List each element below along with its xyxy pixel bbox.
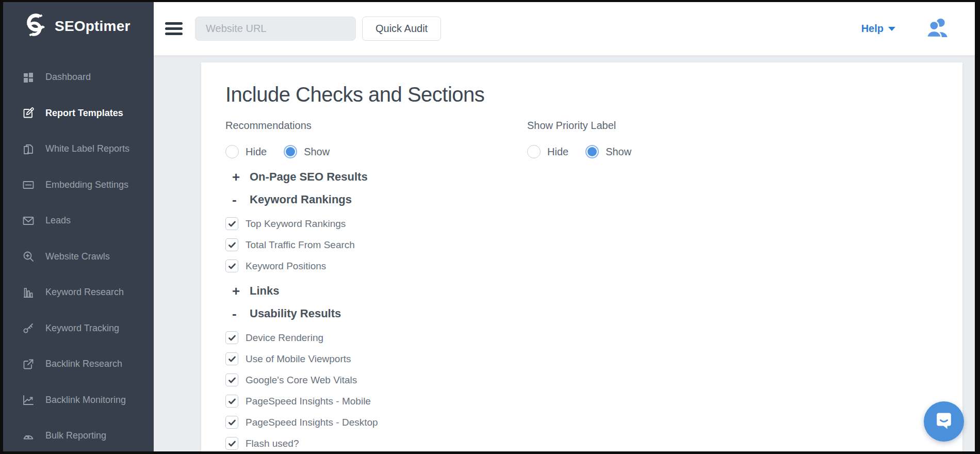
recommendations-show-label[interactable]: Show <box>304 146 330 158</box>
section-on-page-seo-results[interactable]: + On-Page SEO Results <box>225 166 942 188</box>
check-label: PageSpeed Insights - Mobile <box>246 396 371 407</box>
recommendations-radio-row: Hide Show <box>225 145 527 158</box>
priority-label-group: Show Priority Label Hide Show <box>527 120 829 158</box>
section-title: Keyword Rankings <box>250 193 352 206</box>
sidebar-item-label: White Label Reports <box>45 143 129 154</box>
bar-chart-icon <box>22 286 35 299</box>
collapse-minus-icon[interactable]: - <box>232 307 250 320</box>
recommendations-hide-radio[interactable] <box>225 145 239 158</box>
check-label: PageSpeed Insights - Desktop <box>246 417 378 428</box>
check-label: Keyword Positions <box>246 261 326 272</box>
section-usability-results[interactable]: - Usability Results <box>225 302 942 325</box>
checkbox-checked[interactable] <box>225 374 238 386</box>
checkbox-checked[interactable] <box>225 217 238 230</box>
sidebar-nav: Dashboard Report Templates <box>3 59 154 451</box>
external-link-icon <box>22 358 35 371</box>
check-label: Use of Mobile Viewports <box>246 353 351 365</box>
check-top-keyword-rankings[interactable]: Top Keyword Rankings <box>225 213 942 234</box>
priority-radio-row: Hide Show <box>527 145 829 158</box>
expand-plus-icon[interactable]: + <box>232 170 250 184</box>
seoptimer-gears-icon <box>23 12 48 40</box>
sidebar-item-report-templates[interactable]: Report Templates <box>3 95 154 132</box>
priority-show-label[interactable]: Show <box>606 146 631 158</box>
help-label: Help <box>861 23 884 35</box>
checkbox-checked[interactable] <box>225 395 238 408</box>
sidebar-item-dashboard[interactable]: Dashboard <box>3 59 154 95</box>
recommendations-show-radio[interactable] <box>284 145 297 158</box>
hamburger-menu-icon[interactable] <box>165 22 183 35</box>
checkbox-checked[interactable] <box>225 416 238 429</box>
recommendations-group: Recommendations Hide Show <box>225 120 527 158</box>
topbar: Quick Audit Help <box>154 2 975 56</box>
check-flash-used[interactable]: Flash used? <box>225 433 942 451</box>
section-title: Links <box>250 284 279 298</box>
edit-icon <box>22 106 35 120</box>
sidebar-item-label: Website Crawls <box>45 251 110 262</box>
collapse-minus-icon[interactable]: - <box>232 193 250 206</box>
checkbox-checked[interactable] <box>225 260 238 272</box>
checkbox-checked[interactable] <box>225 437 238 450</box>
check-total-traffic-from-search[interactable]: Total Traffic From Search <box>225 234 942 255</box>
sidebar-item-label: Report Templates <box>45 108 123 119</box>
sidebar: SEOptimer Dashboard <box>3 2 154 451</box>
check-label: Device Rendering <box>246 332 323 344</box>
sidebar-item-label: Leads <box>45 215 71 226</box>
gauge-icon <box>22 429 35 443</box>
usability-results-checks: Device Rendering Use of Mobile Viewports… <box>225 327 942 451</box>
priority-hide-radio[interactable] <box>527 145 541 158</box>
sidebar-item-bulk-reporting[interactable]: Bulk Reporting <box>3 418 154 451</box>
sidebar-item-label: Keyword Tracking <box>45 323 119 334</box>
sidebar-item-label: Backlink Research <box>45 359 122 369</box>
priority-hide-label[interactable]: Hide <box>547 146 568 158</box>
section-keyword-rankings[interactable]: - Keyword Rankings <box>225 188 942 211</box>
dashboard-icon <box>22 71 35 84</box>
checkbox-checked[interactable] <box>225 238 238 251</box>
help-menu[interactable]: Help <box>861 23 895 35</box>
check-device-rendering[interactable]: Device Rendering <box>225 327 942 348</box>
envelope-icon <box>22 214 35 228</box>
checkbox-checked[interactable] <box>225 331 238 344</box>
recommendations-label: Recommendations <box>225 120 527 132</box>
sidebar-item-leads[interactable]: Leads <box>3 203 154 239</box>
page-title: Include Checks and Sections <box>225 83 942 106</box>
website-url-input[interactable] <box>195 17 356 41</box>
sidebar-item-backlink-monitoring[interactable]: Backlink Monitoring <box>3 382 154 418</box>
chat-bubble-icon <box>933 410 955 433</box>
check-keyword-positions[interactable]: Keyword Positions <box>225 255 942 277</box>
checkbox-checked[interactable] <box>225 352 238 365</box>
check-label: Flash used? <box>246 438 299 449</box>
logo-text: SEOptimer <box>55 18 130 35</box>
account-users-button[interactable] <box>925 18 949 40</box>
app-logo[interactable]: SEOptimer <box>3 2 154 40</box>
line-chart-icon <box>22 393 35 407</box>
sidebar-item-label: Dashboard <box>45 72 91 83</box>
settings-card: Include Checks and Sections Recommendati… <box>201 62 962 451</box>
sidebar-item-backlink-research[interactable]: Backlink Research <box>3 346 154 382</box>
check-pagespeed-insights-desktop[interactable]: PageSpeed Insights - Desktop <box>225 412 942 433</box>
check-pagespeed-insights-mobile[interactable]: PageSpeed Insights - Mobile <box>225 391 942 412</box>
content-area: Include Checks and Sections Recommendati… <box>154 56 975 451</box>
sidebar-item-website-crawls[interactable]: Website Crawls <box>3 239 154 275</box>
embed-card-icon <box>22 178 35 191</box>
chat-launcher-button[interactable] <box>924 401 964 442</box>
priority-show-radio[interactable] <box>585 145 599 158</box>
key-icon <box>22 321 35 335</box>
sidebar-item-embedding-settings[interactable]: Embedding Settings <box>3 167 154 203</box>
sections-list: + On-Page SEO Results - Keyword Rankings… <box>225 166 942 451</box>
quick-audit-button[interactable]: Quick Audit <box>362 17 441 41</box>
check-label: Total Traffic From Search <box>246 239 355 251</box>
sidebar-item-white-label-reports[interactable]: White Label Reports <box>3 131 154 167</box>
section-links[interactable]: + Links <box>225 280 942 302</box>
recommendations-hide-label[interactable]: Hide <box>246 146 267 158</box>
check-use-of-mobile-viewports[interactable]: Use of Mobile Viewports <box>225 348 942 369</box>
check-label: Google's Core Web Vitals <box>246 375 357 386</box>
sidebar-item-keyword-tracking[interactable]: Keyword Tracking <box>3 311 154 347</box>
chevron-down-icon <box>888 27 895 31</box>
copy-icon <box>22 142 35 156</box>
expand-plus-icon[interactable]: + <box>232 284 250 298</box>
sidebar-item-keyword-research[interactable]: Keyword Research <box>3 274 154 311</box>
sidebar-item-label: Embedding Settings <box>45 180 128 190</box>
users-icon <box>925 18 949 40</box>
keyword-rankings-checks: Top Keyword Rankings Total Traffic From … <box>225 213 942 277</box>
check-googles-core-web-vitals[interactable]: Google's Core Web Vitals <box>225 369 942 391</box>
